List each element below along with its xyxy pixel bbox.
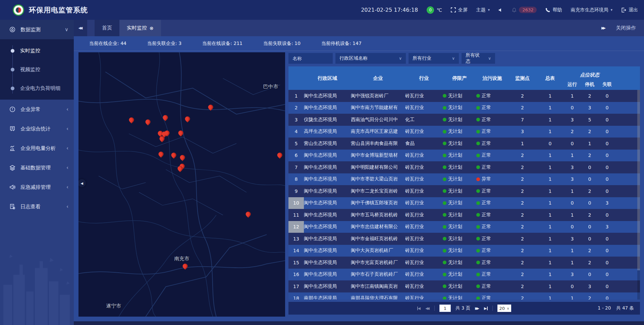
- close-operations-button[interactable]: 关闭操作: [616, 25, 636, 31]
- table-row[interactable]: 12阆中生态环境局阆中市忠信建材有限公砖瓦行业无计划正常21003: [288, 221, 640, 233]
- cell-monitor-points: 2: [508, 236, 537, 241]
- cell-running: 3: [564, 272, 581, 277]
- status-dot-icon: [443, 94, 446, 98]
- submenu-item-label: 视频监控: [20, 66, 40, 73]
- tab-close-icon[interactable]: ⊗: [150, 25, 154, 31]
- table-row[interactable]: 1阆中生态环境局阆中强锐页岩砖厂砖瓦行业无计划正常21120: [288, 90, 640, 102]
- city-skyline-decoration: [0, 245, 74, 325]
- table-row[interactable]: 5营山生态环境局营山县润丰肉食品有限食品无计划正常10010: [288, 138, 640, 150]
- table-row[interactable]: 8阆中生态环境局阆中市枣碧大梁山页岩砖瓦行业无计划异常21300: [288, 173, 640, 185]
- sidebar-item-power-usage-analysis[interactable]: 企业用电量分析 ‹: [0, 139, 74, 158]
- next-page-button[interactable]: ▶▶: [475, 306, 479, 311]
- cell-monitor-points: 2: [508, 295, 537, 300]
- cell-company: 阆中市光富页岩机砖厂: [351, 260, 405, 266]
- tabs-scroll-right-button[interactable]: ▶▶: [601, 26, 606, 30]
- cell-running: 2: [564, 129, 581, 134]
- map-panel[interactable]: 巴中市南充市遂宁市 ◀: [78, 52, 285, 317]
- table-row[interactable]: 7阆中生态环境局阆中明阳建材有限公司砖瓦行业无计划正常21300: [288, 161, 640, 173]
- page-size-select[interactable]: 20 ∨: [497, 305, 512, 312]
- table-row[interactable]: 18南部生态环境局南部县瑞华大理石有限砖瓦行业无计划正常21120: [288, 292, 640, 300]
- help-button[interactable]: 帮助: [545, 7, 562, 13]
- cell-company: 阆中市南方节能建材有: [351, 105, 405, 111]
- table-row[interactable]: 16阆中生态环境局阆中市石子页岩机砖厂砖瓦行业无计划正常21300: [288, 269, 640, 281]
- scrollbar-thumb[interactable]: [637, 90, 640, 270]
- table-row[interactable]: 11阆中生态环境局阆中市五马桥页岩机砖砖瓦行业无计划正常21120: [288, 209, 640, 221]
- name-filter-input[interactable]: [288, 53, 333, 64]
- sidebar-item-enterprise-abnormal[interactable]: 企业异常 ‹: [0, 100, 74, 119]
- cell-stopped: 2: [581, 260, 598, 265]
- bell-icon: [512, 7, 517, 12]
- table-row[interactable]: 10阆中生态环境局阆中千佛镇五郎垭页岩砖瓦行业无计划正常21003: [288, 197, 640, 209]
- log-file-icon: [9, 204, 16, 210]
- sidebar-item-data-monitoring[interactable]: 数据监测 ∨: [0, 20, 74, 39]
- region-filter-select[interactable]: 行政区域名称 ∨: [335, 53, 406, 64]
- notifications-button[interactable]: 2632: [512, 7, 537, 13]
- datetime: 2021-02-25 17:46:18: [361, 7, 418, 13]
- fullscreen-button[interactable]: 全屏: [451, 7, 468, 13]
- table-row[interactable]: 13阆中生态环境局阆中市金福旺页岩机砖砖瓦行业无计划正常21300: [288, 233, 640, 245]
- cell-region: 阆中生态环境局: [304, 188, 351, 194]
- sidebar-item-emergency-reduction[interactable]: 应急减排管理 ‹: [0, 177, 74, 197]
- column-header-stopped: 停机: [581, 79, 598, 90]
- org-menu-button[interactable]: 南充市生态环境局▾: [571, 7, 612, 13]
- status-filter-select[interactable]: 所有状态 ∨: [462, 53, 495, 64]
- table-row[interactable]: 6阆中生态环境局阆中市金博瑞新型墙材砖瓦行业无计划正常21120: [288, 150, 640, 162]
- sidebar-item-base-data-management[interactable]: 基础数据管理 ‹: [0, 158, 74, 177]
- cell-region: 阆中生态环境局: [304, 200, 351, 206]
- theme-button[interactable]: 主题▾: [476, 7, 490, 13]
- cell-lost: 0: [598, 272, 616, 277]
- prev-page-button[interactable]: ◀◀: [425, 306, 430, 311]
- cell-company: 阆中强锐页岩砖厂: [351, 93, 405, 99]
- cell-pollution-facility: 正常: [476, 164, 508, 170]
- submenu-item-power-load-detail[interactable]: 企业电力负荷明细: [0, 79, 74, 98]
- sidebar-item-enterprise-statistics[interactable]: 企业综合统计 ‹: [0, 119, 74, 139]
- column-header-lost: 失联: [598, 79, 616, 90]
- status-dot-icon: [443, 261, 446, 264]
- stats-board-icon: [9, 126, 16, 132]
- cell-stopped: 1: [581, 141, 598, 146]
- chevron-left-icon: ‹: [66, 165, 68, 171]
- stat-item: 当前失联企业: 3: [147, 41, 181, 47]
- page-number-input[interactable]: [439, 305, 451, 312]
- table-row[interactable]: 9阆中生态环境局阆中市二龙长宝页岩砖砖瓦行业无计划正常21120: [288, 185, 640, 197]
- status-dot-icon: [443, 118, 446, 121]
- stat-item: 当前停机设备: 147: [321, 41, 362, 47]
- table-row[interactable]: 17阆中生态环境局阆中市江南镇阆南页岩砖瓦行业无计划正常21030: [288, 280, 640, 292]
- tab-realtime-monitoring[interactable]: 实时监控 ⊗: [119, 20, 161, 36]
- table-row[interactable]: 15阆中生态环境局阆中市光富页岩机砖厂砖瓦行业无计划正常21120: [288, 257, 640, 269]
- cell-pollution-facility: 正常: [476, 212, 508, 218]
- tab-bar: ◀◀ 首页 实时监控 ⊗ ▶▶ 关闭操作: [74, 20, 644, 36]
- cell-stopped: 2: [581, 129, 598, 134]
- cell-industry: 食品: [405, 141, 443, 147]
- last-page-button[interactable]: ▶: [484, 306, 487, 311]
- cell-company: 阆中明阳建材有限公司: [351, 164, 405, 170]
- mute-button[interactable]: [498, 8, 503, 12]
- chevron-left-icon: ‹: [66, 204, 68, 210]
- cell-region: 阆中生态环境局: [304, 236, 351, 242]
- tab-home[interactable]: 首页: [95, 20, 119, 36]
- column-header-stop-limit: 停限产: [443, 66, 476, 90]
- cell-lost: 0: [598, 165, 616, 170]
- table-scrollbar[interactable]: [637, 90, 640, 300]
- cell-stopped: 2: [581, 93, 598, 99]
- cell-pollution-facility: 正常: [476, 188, 508, 194]
- cell-stopped: 3: [581, 105, 598, 110]
- logout-button[interactable]: 退出: [621, 7, 638, 13]
- table-row[interactable]: 4高坪生态环境局南充市高坪区王家店建砖瓦行业无计划正常31220: [288, 126, 640, 138]
- table-row[interactable]: 14阆中生态环境局阆中大兴页岩机砖厂砖瓦行业无计划正常21120: [288, 245, 640, 257]
- submenu-item-video-monitoring[interactable]: 视频监控: [0, 60, 74, 79]
- cell-industry: 砖瓦行业: [405, 93, 443, 99]
- industry-filter-select[interactable]: 所有行业 ∨: [409, 53, 459, 64]
- cell-stop-limit: 无计划: [443, 141, 476, 147]
- tabs-scroll-left-button[interactable]: ◀◀: [74, 20, 87, 36]
- sidebar-item-log-view[interactable]: 日志查看 ‹: [0, 197, 74, 216]
- cell-total-meter: 1: [537, 176, 564, 182]
- table-row[interactable]: 3仪陇生态环境局西南油气田分公司川中化工无计划正常71350: [288, 114, 640, 126]
- cell-region: 阆中生态环境局: [304, 164, 351, 170]
- column-header-industry: 行业: [405, 66, 443, 90]
- cell-monitor-points: 2: [508, 260, 537, 265]
- cell-lost: 0: [598, 295, 616, 300]
- submenu-item-realtime-monitoring[interactable]: 实时监控: [0, 41, 74, 60]
- table-row[interactable]: 2阆中生态环境局阆中市南方节能建材有砖瓦行业无计划正常21030: [288, 102, 640, 114]
- first-page-button[interactable]: ◀: [417, 306, 421, 311]
